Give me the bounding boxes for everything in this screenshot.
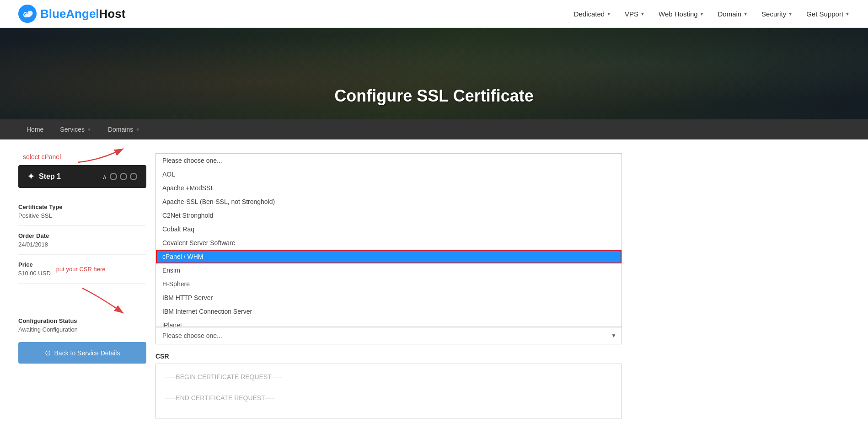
main-content: select cPanel ✦ Step 1 ∧ [0, 139, 640, 432]
nav-home[interactable]: Home [18, 119, 52, 139]
csr-begin-text: -----BEGIN CERTIFICATE REQUEST----- [165, 373, 612, 380]
step-circle-1 [110, 173, 117, 180]
nav-web-hosting[interactable]: Web Hosting ▼ [659, 10, 704, 18]
top-nav: BlueAngelHost Dedicated ▼ VPS ▼ Web Host… [0, 0, 868, 28]
price-value: $10.00 USD [18, 270, 51, 277]
put-csr-label: put your CSR here [56, 266, 106, 273]
order-date-label: Order Date [18, 232, 146, 239]
dropdown-list-item[interactable]: cPanel / WHM [156, 250, 622, 263]
right-content: Please choose one...AOLApache +ModSSLApa… [146, 153, 622, 418]
step-circle-2 [120, 173, 127, 180]
chevron-down-icon: ▼ [606, 11, 611, 16]
certificate-type-block: Certificate Type Positive SSL [18, 197, 146, 226]
chevron-down-icon: ▼ [135, 127, 140, 132]
csr-section: CSR -----BEGIN CERTIFICATE REQUEST----- … [155, 353, 622, 418]
order-date-block: Order Date 24/01/2018 [18, 226, 146, 255]
dropdown-list-item[interactable]: C2Net Stronghold [156, 209, 622, 222]
dropdown-list-item[interactable]: iPlanet [156, 318, 622, 327]
logo: BlueAngelHost [18, 5, 125, 23]
nav-domains[interactable]: Domains ▼ [100, 119, 148, 139]
circle-left-icon: ⊙ [45, 348, 51, 357]
secondary-nav: Home Services ▼ Domains ▼ [0, 119, 868, 139]
back-button-label: Back to Service Details [54, 349, 120, 357]
certificate-type-label: Certificate Type [18, 204, 146, 210]
step-label: Step 1 [39, 172, 61, 181]
csr-arrow-container [18, 284, 146, 311]
dropdown-list-item[interactable]: Covalent Server Software [156, 236, 622, 250]
hero-banner: Configure SSL Certificate [0, 28, 868, 119]
nav-domain[interactable]: Domain ▼ [718, 10, 748, 18]
top-nav-links: Dedicated ▼ VPS ▼ Web Hosting ▼ Domain ▼… [574, 10, 850, 18]
nav-security[interactable]: Security ▼ [761, 10, 793, 18]
price-block: Price $10.00 USD put your CSR here [18, 255, 146, 284]
csr-textarea[interactable]: -----BEGIN CERTIFICATE REQUEST----- ----… [155, 364, 622, 418]
chevron-down-icon: ▼ [700, 11, 704, 16]
dropdown-list-item[interactable]: IBM HTTP Server [156, 291, 622, 305]
certificate-type-value: Positive SSL [18, 212, 146, 219]
logo-text: BlueAngelHost [40, 7, 125, 21]
csr-end-text: -----END CERTIFICATE REQUEST----- [165, 394, 612, 402]
server-type-dropdown[interactable]: Please choose one...AOLApache +ModSSLApa… [155, 153, 622, 327]
dropdown-list-item[interactable]: IBM Internet Connection Server [156, 305, 622, 318]
config-status-value: Awaiting Configuration [18, 326, 146, 333]
nav-vps[interactable]: VPS ▼ [625, 10, 645, 18]
nav-services[interactable]: Services ▼ [52, 119, 100, 139]
order-date-value: 24/01/2018 [18, 241, 146, 248]
dropdown-list-item[interactable]: Apache-SSL (Ben-SSL, not Stronghold) [156, 195, 622, 209]
second-dropdown[interactable]: Please choose one... [155, 327, 622, 344]
logo-icon [18, 5, 37, 23]
chevron-up-icon: ∧ [102, 173, 107, 180]
dropdown-list-item[interactable]: Please choose one... [156, 154, 622, 167]
price-label: Price [18, 261, 51, 268]
chevron-down-icon: ▼ [788, 11, 793, 16]
step-circle-3 [130, 173, 137, 180]
page-title: Configure SSL Certificate [334, 86, 533, 106]
dropdown-list-item[interactable]: Ensim [156, 263, 622, 277]
chevron-down-icon: ▼ [845, 11, 850, 16]
chevron-down-icon: ▼ [640, 11, 645, 16]
hero-overlay [0, 28, 868, 119]
dropdown-list-item[interactable]: AOL [156, 167, 622, 181]
step-bar-left: ✦ Step 1 [27, 171, 61, 182]
back-to-service-details-button[interactable]: ⊙ Back to Service Details [18, 342, 146, 364]
dropdown-list-item[interactable]: Cobalt Raq [156, 222, 622, 236]
nav-get-support[interactable]: Get Support ▼ [806, 10, 850, 18]
dropdown-list-item[interactable]: Apache +ModSSL [156, 181, 622, 195]
gear-icon: ✦ [27, 171, 34, 182]
step-icons: ∧ [102, 173, 137, 180]
csr-label: CSR [155, 353, 622, 360]
arrow-annotation-2 [55, 284, 146, 320]
nav-dedicated[interactable]: Dedicated ▼ [574, 10, 611, 18]
arrow-annotation-1 [73, 139, 133, 171]
chevron-down-icon: ▼ [743, 11, 748, 16]
second-dropdown-wrapper: Please choose one... ▼ [155, 327, 622, 344]
sidebar: select cPanel ✦ Step 1 ∧ [18, 153, 146, 364]
dropdown-list-item[interactable]: H-Sphere [156, 277, 622, 291]
chevron-down-icon: ▼ [87, 127, 91, 132]
